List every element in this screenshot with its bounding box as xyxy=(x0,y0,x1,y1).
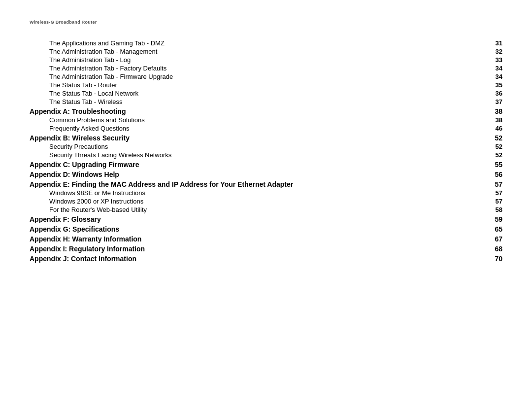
toc-page: 36 xyxy=(488,90,502,97)
toc-row: The Administration Tab - Log33 xyxy=(30,56,502,64)
toc-label: Appendix E: Finding the MAC Address and … xyxy=(30,180,488,188)
toc-label: Appendix H: Warranty Information xyxy=(30,235,488,243)
toc-page: 52 xyxy=(488,151,502,159)
page: Wireless-G Broadband Router The Applicat… xyxy=(0,0,532,411)
toc-page: 52 xyxy=(488,134,502,142)
toc-label: Appendix J: Contact Information xyxy=(30,255,488,263)
toc-page: 70 xyxy=(488,255,502,263)
toc-row: Appendix C: Upgrading Firmware55 xyxy=(30,161,502,169)
toc-row: Common Problems and Solutions38 xyxy=(30,116,502,124)
toc-label: The Status Tab - Wireless xyxy=(49,98,488,105)
toc-page: 37 xyxy=(488,98,502,105)
toc-row: Appendix A: Troubleshooting38 xyxy=(30,107,502,115)
toc-page: 34 xyxy=(488,73,502,80)
toc-row: The Status Tab - Router35 xyxy=(30,81,502,89)
toc-label: Appendix C: Upgrading Firmware xyxy=(30,161,488,169)
toc-page: 57 xyxy=(488,189,502,197)
toc-label: Appendix A: Troubleshooting xyxy=(30,107,488,115)
toc-page: 67 xyxy=(488,235,502,243)
toc-label: Appendix I: Regulatory Information xyxy=(30,245,488,253)
toc-page: 59 xyxy=(488,215,502,223)
toc-page: 38 xyxy=(488,116,502,124)
toc-page: 32 xyxy=(488,48,502,55)
toc-row: The Status Tab - Local Network36 xyxy=(30,90,502,97)
toc-label: Appendix F: Glossary xyxy=(30,215,488,223)
toc-row: Appendix D: Windows Help56 xyxy=(30,171,502,178)
toc-label: Windows 98SE or Me Instructions xyxy=(49,189,488,197)
toc-label: The Administration Tab - Factory Default… xyxy=(49,65,488,72)
toc-page: 52 xyxy=(488,143,502,150)
toc-row: Appendix H: Warranty Information67 xyxy=(30,235,502,243)
toc-label: Frequently Asked Questions xyxy=(49,125,488,132)
toc-row: The Administration Tab - Management32 xyxy=(30,48,502,55)
toc-label: The Applications and Gaming Tab - DMZ xyxy=(49,39,488,47)
toc-page: 38 xyxy=(488,107,502,115)
toc-row: The Administration Tab - Factory Default… xyxy=(30,65,502,72)
toc-label: Appendix D: Windows Help xyxy=(30,171,488,178)
toc-label: For the Router's Web-based Utility xyxy=(49,206,488,213)
toc-row: Appendix I: Regulatory Information68 xyxy=(30,245,502,253)
toc-label: Security Precautions xyxy=(49,143,488,150)
toc-label: Appendix B: Wireless Security xyxy=(30,134,488,142)
toc-row: Appendix E: Finding the MAC Address and … xyxy=(30,180,502,188)
toc-row: Appendix J: Contact Information70 xyxy=(30,255,502,263)
toc-label: The Administration Tab - Log xyxy=(49,56,488,64)
toc-page: 56 xyxy=(488,171,502,178)
toc-label: The Administration Tab - Firmware Upgrad… xyxy=(49,73,488,80)
toc-page: 58 xyxy=(488,206,502,213)
toc-row: The Applications and Gaming Tab - DMZ31 xyxy=(30,39,502,47)
toc-label: The Status Tab - Local Network xyxy=(49,90,488,97)
toc-page: 68 xyxy=(488,245,502,253)
toc-page: 57 xyxy=(488,180,502,188)
toc-label: The Administration Tab - Management xyxy=(49,48,488,55)
toc-row: Appendix G: Specifications65 xyxy=(30,225,502,233)
toc-label: Security Threats Facing Wireless Network… xyxy=(49,151,488,159)
toc-page: 31 xyxy=(488,39,502,47)
toc-label: Appendix G: Specifications xyxy=(30,225,488,233)
header-label: Wireless-G Broadband Router xyxy=(30,20,502,25)
toc-row: The Status Tab - Wireless37 xyxy=(30,98,502,105)
toc-container: The Applications and Gaming Tab - DMZ31T… xyxy=(30,39,502,263)
toc-page: 57 xyxy=(488,198,502,205)
toc-row: Appendix B: Wireless Security52 xyxy=(30,134,502,142)
toc-row: Frequently Asked Questions46 xyxy=(30,125,502,132)
toc-row: The Administration Tab - Firmware Upgrad… xyxy=(30,73,502,80)
toc-label: Windows 2000 or XP Instructions xyxy=(49,198,488,205)
toc-page: 65 xyxy=(488,225,502,233)
toc-label: The Status Tab - Router xyxy=(49,81,488,89)
toc-page: 34 xyxy=(488,65,502,72)
toc-row: Appendix F: Glossary59 xyxy=(30,215,502,223)
toc-row: Windows 2000 or XP Instructions57 xyxy=(30,198,502,205)
toc-page: 46 xyxy=(488,125,502,132)
toc-page: 55 xyxy=(488,161,502,169)
toc-row: Windows 98SE or Me Instructions57 xyxy=(30,189,502,197)
toc-page: 33 xyxy=(488,56,502,64)
toc-label: Common Problems and Solutions xyxy=(49,116,488,124)
toc-row: Security Threats Facing Wireless Network… xyxy=(30,151,502,159)
toc-page: 35 xyxy=(488,81,502,89)
toc-row: Security Precautions52 xyxy=(30,143,502,150)
toc-row: For the Router's Web-based Utility58 xyxy=(30,206,502,213)
